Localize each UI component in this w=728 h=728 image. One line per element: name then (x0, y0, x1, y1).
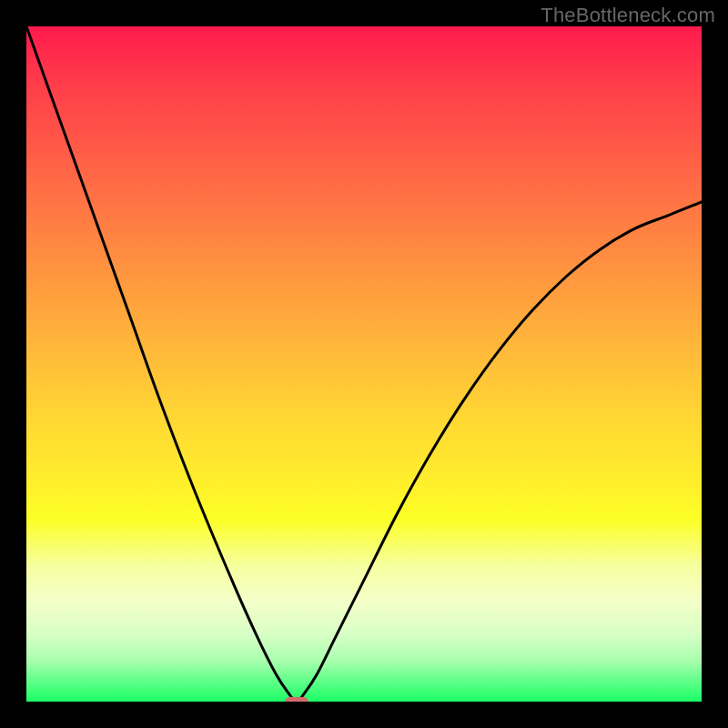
optimal-marker (285, 697, 308, 702)
chart-container: TheBottleneck.com (0, 0, 728, 728)
bottleneck-curve (26, 26, 702, 702)
watermark-text: TheBottleneck.com (541, 4, 715, 27)
plot-area (26, 26, 702, 702)
